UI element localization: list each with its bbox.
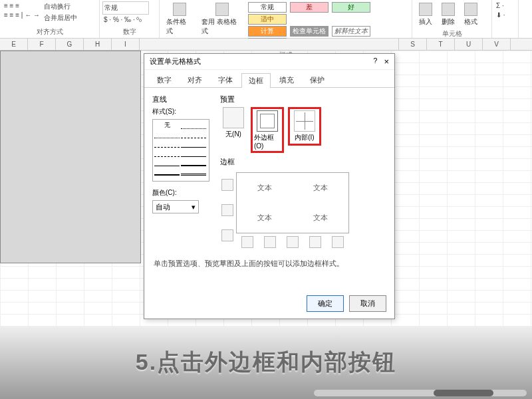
insert-btn[interactable]: 插入 xyxy=(415,1,436,28)
preset-outline-icon xyxy=(257,110,278,132)
highlight-inside: 内部(I) xyxy=(288,107,321,146)
line-style-none[interactable]: 无 xyxy=(154,121,180,129)
line-style[interactable] xyxy=(181,149,206,157)
line-style[interactable] xyxy=(181,158,206,166)
number-btns[interactable]: $ · % · ‰ · ⁰₀ xyxy=(102,15,156,24)
cellstyle-normal[interactable]: 常规 xyxy=(248,2,287,13)
line-style[interactable] xyxy=(154,149,180,157)
dialog-titlebar: 设置单元格格式 ? × xyxy=(144,54,394,70)
ribbon: ≡ ≡ ≡ ≡ ≡ ≡ | ← → 自动换行 合并后居中 对齐方式 常规 $ ·… xyxy=(0,0,532,39)
line-style[interactable] xyxy=(154,140,180,148)
step-caption: 5.点击外边框和内部按钮 xyxy=(136,347,396,378)
col-h[interactable]: I xyxy=(112,39,140,50)
edge-btn-bottom[interactable] xyxy=(221,229,233,241)
format-btn[interactable]: 格式 xyxy=(460,1,481,28)
preview-cell: 文本 xyxy=(293,173,348,203)
preset-inside[interactable]: 内部(I) xyxy=(291,110,318,142)
number-format-dd[interactable]: 常规 xyxy=(102,1,149,15)
autosum-icon[interactable]: Σ · xyxy=(495,1,515,10)
highlight-outline: 外边框(O) xyxy=(251,107,284,153)
tab-font[interactable]: 字体 xyxy=(211,72,240,87)
video-scrollbar[interactable] xyxy=(314,390,527,396)
help-icon[interactable]: ? xyxy=(373,57,377,66)
merge-center[interactable]: 合并后居中 xyxy=(43,13,78,23)
edge-btn-left[interactable] xyxy=(264,236,276,248)
ribbon-group-cells: 插入 删除 格式 单元格 xyxy=(412,0,492,38)
preview-cell: 文本 xyxy=(293,203,348,233)
delete-btn[interactable]: 删除 xyxy=(438,1,459,28)
line-style[interactable] xyxy=(181,130,206,138)
caption-overlay: 5.点击外边框和内部按钮 xyxy=(0,326,532,399)
cellstyle-expl[interactable]: 解释性文本 xyxy=(332,26,370,37)
preset-none-icon xyxy=(223,107,244,128)
col-h-gap xyxy=(140,39,399,50)
format-cells-dialog: 设置单元格格式 ? × 数字 对齐 字体 边框 填充 保护 直线 样式(S): … xyxy=(144,53,395,319)
col-h[interactable]: U xyxy=(455,39,483,50)
line-style[interactable] xyxy=(154,168,180,176)
edge-btn-right[interactable] xyxy=(309,236,321,248)
edge-btn-diag2[interactable] xyxy=(332,236,344,248)
col-h[interactable]: T xyxy=(427,39,455,50)
tab-border[interactable]: 边框 xyxy=(241,73,271,88)
table-format-btn[interactable]: 套用 表格格式 xyxy=(198,1,246,37)
selected-range xyxy=(0,51,141,263)
cond-format-btn[interactable]: 条件格式 xyxy=(162,1,196,37)
line-style[interactable] xyxy=(181,121,206,129)
dialog-description: 单击预置选项、预览草图及上面的按钮可以添加边框样式。 xyxy=(144,255,394,273)
align-btn-2[interactable]: ≡ ≡ ≡ | ← → xyxy=(3,11,41,19)
preset-inside-icon xyxy=(294,110,315,132)
tab-align[interactable]: 对齐 xyxy=(180,72,209,87)
color-label: 颜色(C): xyxy=(152,188,212,198)
border-section-label: 边框 xyxy=(220,157,386,167)
ribbon-group-number: 常规 $ · % · ‰ · ⁰₀ 数字 xyxy=(100,0,160,38)
ribbon-group-styles: 条件格式 套用 表格格式 常规 差 好 适中 计算 检查单元格 解释性文本 警告… xyxy=(160,0,412,38)
fill-icon[interactable]: ⬇ · xyxy=(495,11,515,19)
preview-cell: 文本 xyxy=(237,173,293,203)
col-h[interactable]: F xyxy=(28,39,56,50)
cancel-button[interactable]: 取消 xyxy=(349,295,386,312)
line-style[interactable] xyxy=(154,158,180,166)
edge-btn-mid-h[interactable] xyxy=(221,204,233,216)
dialog-title: 设置单元格格式 xyxy=(150,57,201,66)
col-h[interactable]: S xyxy=(399,39,427,50)
col-h[interactable]: G xyxy=(56,39,84,50)
cellstyle-bad[interactable]: 差 xyxy=(290,2,329,13)
preview-cell: 文本 xyxy=(237,203,293,233)
cellstyle-good[interactable]: 好 xyxy=(332,2,370,13)
style-label: 样式(S): xyxy=(152,107,212,116)
group-label-number: 数字 xyxy=(102,26,156,37)
border-preview: 文本 文本 文本 文本 xyxy=(236,172,349,233)
cellstyle-check[interactable]: 检查单元格 xyxy=(290,26,329,37)
line-style[interactable] xyxy=(181,168,206,176)
group-label-align: 对齐方式 xyxy=(3,26,96,37)
preset-none[interactable]: 无(N) xyxy=(220,107,247,139)
line-section-label: 直线 xyxy=(152,94,212,104)
close-icon[interactable]: × xyxy=(384,57,389,66)
line-style[interactable] xyxy=(154,130,180,138)
line-style[interactable] xyxy=(181,140,206,148)
preset-outline[interactable]: 外边框(O) xyxy=(254,110,281,150)
color-dropdown[interactable]: 自动 ▾ xyxy=(152,200,199,213)
wrap-text[interactable]: 自动换行 xyxy=(43,1,78,12)
ribbon-group-editing: Σ · ⬇ · xyxy=(492,0,519,38)
cellstyle-calc[interactable]: 计算 xyxy=(248,26,287,37)
col-h[interactable]: E xyxy=(0,39,28,50)
edge-btn-top[interactable] xyxy=(221,179,233,191)
dialog-tabs: 数字 对齐 字体 边框 填充 保护 xyxy=(144,70,394,88)
tab-fill[interactable]: 填充 xyxy=(272,72,301,87)
tab-protect[interactable]: 保护 xyxy=(303,72,332,87)
edge-buttons-left xyxy=(221,172,233,248)
line-style-list[interactable]: 无 xyxy=(152,119,209,182)
tab-number[interactable]: 数字 xyxy=(150,72,179,87)
edge-btn-mid-v[interactable] xyxy=(287,236,299,248)
column-headers: E F G H I S T U V xyxy=(0,39,532,51)
align-btn[interactable]: ≡ ≡ ≡ xyxy=(3,1,41,10)
edge-btn-diag1[interactable] xyxy=(241,236,253,248)
ok-button[interactable]: 确定 xyxy=(307,295,344,312)
cellstyle-neutral[interactable]: 适中 xyxy=(248,14,287,25)
preset-section-label: 预置 xyxy=(220,94,386,104)
col-h[interactable]: V xyxy=(483,39,511,50)
col-h[interactable]: H xyxy=(84,39,112,50)
group-label-cells: 单元格 xyxy=(415,28,489,39)
ribbon-group-align: ≡ ≡ ≡ ≡ ≡ ≡ | ← → 自动换行 合并后居中 对齐方式 xyxy=(0,0,100,38)
